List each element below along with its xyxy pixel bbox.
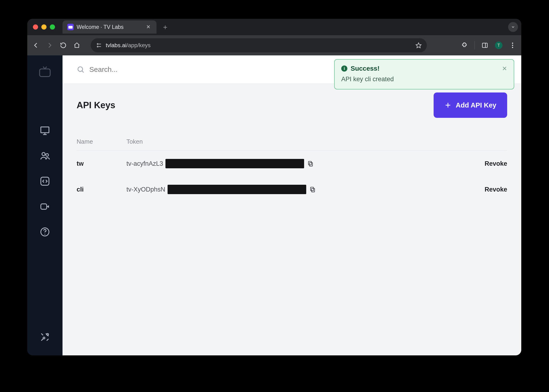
svg-point-8 bbox=[512, 45, 513, 46]
svg-line-23 bbox=[82, 71, 83, 72]
info-icon: i bbox=[341, 65, 347, 72]
svg-marker-4 bbox=[416, 43, 421, 48]
back-button[interactable] bbox=[32, 42, 39, 49]
browser-toolbar: tvlabs.ai/app/keys T bbox=[27, 35, 521, 55]
address-bar[interactable]: tvlabs.ai/app/keys bbox=[91, 38, 427, 52]
plus-icon bbox=[444, 102, 451, 109]
svg-point-9 bbox=[512, 47, 513, 48]
key-name: cli bbox=[77, 186, 126, 193]
svg-point-15 bbox=[46, 154, 49, 156]
search-icon bbox=[77, 65, 85, 73]
close-window-button[interactable] bbox=[33, 24, 38, 30]
browser-window: Welcome · TV Labs ✕ ＋ tvlabs.ai/app/keys bbox=[27, 19, 521, 355]
svg-point-20 bbox=[43, 337, 45, 339]
app-logo-icon bbox=[38, 65, 52, 79]
sidebar-devices-icon[interactable] bbox=[38, 124, 51, 137]
sidebar-sessions-icon[interactable] bbox=[38, 200, 51, 213]
key-token-cell: tv-acyfnAzL3 bbox=[126, 159, 470, 168]
svg-point-19 bbox=[44, 234, 45, 235]
revoke-button[interactable]: Revoke bbox=[485, 186, 507, 193]
toast-message: API key cli created bbox=[341, 76, 507, 83]
column-header-token: Token bbox=[126, 138, 470, 145]
tabs-dropdown-button[interactable] bbox=[508, 22, 518, 32]
new-tab-button[interactable]: ＋ bbox=[158, 22, 173, 32]
toast-close-button[interactable]: ✕ bbox=[502, 65, 507, 72]
content-area: API Keys Add API Key Name Token bbox=[63, 55, 521, 355]
svg-rect-0 bbox=[68, 26, 73, 29]
copy-token-button[interactable] bbox=[309, 186, 316, 192]
sidebar-settings-icon[interactable] bbox=[38, 330, 51, 344]
window-controls bbox=[33, 24, 55, 30]
svg-rect-11 bbox=[41, 127, 49, 133]
site-info-icon[interactable] bbox=[96, 42, 102, 48]
page: API Keys Add API Key Name Token bbox=[63, 84, 521, 211]
sidebar-team-icon[interactable] bbox=[38, 149, 51, 162]
column-header-name: Name bbox=[77, 138, 126, 145]
browser-tab[interactable]: Welcome · TV Labs ✕ bbox=[63, 21, 157, 34]
key-token-cell: tv-XyODphsN bbox=[126, 185, 470, 194]
table-header: Name Token bbox=[77, 138, 507, 151]
toast-success: i Success! ✕ API key cli created bbox=[334, 59, 514, 90]
url-text: tvlabs.ai/app/keys bbox=[106, 42, 151, 49]
svg-point-2 bbox=[97, 43, 98, 44]
favicon-icon bbox=[67, 24, 74, 30]
toast-title: Success! bbox=[351, 65, 380, 72]
key-name: tw bbox=[77, 160, 126, 167]
svg-point-22 bbox=[78, 67, 83, 71]
maximize-window-button[interactable] bbox=[50, 24, 55, 30]
side-panel-button[interactable] bbox=[481, 42, 488, 49]
svg-rect-28 bbox=[312, 189, 315, 192]
svg-point-7 bbox=[512, 43, 513, 44]
add-api-key-button[interactable]: Add API Key bbox=[433, 92, 507, 118]
browser-menu-button[interactable] bbox=[509, 42, 516, 49]
sidebar-help-icon[interactable] bbox=[38, 225, 51, 238]
svg-rect-17 bbox=[41, 204, 47, 209]
divider bbox=[475, 41, 475, 49]
svg-rect-29 bbox=[311, 187, 313, 191]
page-header: API Keys Add API Key bbox=[77, 92, 507, 118]
minimize-window-button[interactable] bbox=[41, 24, 47, 30]
forward-button[interactable] bbox=[46, 42, 53, 49]
add-api-key-label: Add API Key bbox=[456, 101, 496, 109]
api-keys-table: Name Token tw tv-acyfnAzL3 bbox=[77, 138, 507, 202]
sidebar-api-keys-icon[interactable] bbox=[38, 175, 51, 188]
table-row: tw tv-acyfnAzL3 Revoke bbox=[77, 151, 507, 176]
svg-rect-10 bbox=[40, 69, 50, 77]
sidebar bbox=[27, 55, 63, 355]
token-redacted bbox=[166, 159, 304, 168]
token-prefix: tv-acyfnAzL3 bbox=[126, 160, 163, 167]
svg-point-3 bbox=[97, 46, 98, 47]
reload-button[interactable] bbox=[60, 42, 67, 49]
tab-strip: Welcome · TV Labs ✕ ＋ bbox=[27, 19, 521, 35]
profile-button[interactable]: T bbox=[495, 42, 502, 49]
svg-rect-5 bbox=[483, 43, 487, 48]
token-prefix: tv-XyODphsN bbox=[126, 186, 165, 193]
copy-token-button[interactable] bbox=[306, 161, 313, 167]
close-tab-button[interactable]: ✕ bbox=[145, 24, 152, 30]
token-redacted bbox=[167, 185, 306, 194]
extensions-button[interactable] bbox=[461, 42, 468, 49]
svg-point-14 bbox=[42, 153, 45, 156]
tab-title: Welcome · TV Labs bbox=[77, 24, 124, 30]
svg-point-21 bbox=[47, 334, 49, 336]
svg-rect-26 bbox=[310, 163, 313, 166]
app-body: API Keys Add API Key Name Token bbox=[27, 55, 521, 355]
revoke-button[interactable]: Revoke bbox=[485, 160, 507, 167]
svg-rect-16 bbox=[41, 177, 49, 185]
page-title: API Keys bbox=[77, 100, 116, 110]
bookmark-button[interactable] bbox=[416, 42, 422, 48]
svg-rect-27 bbox=[308, 161, 311, 165]
home-button[interactable] bbox=[73, 42, 80, 49]
table-row: cli tv-XyODphsN Revoke bbox=[77, 176, 507, 202]
